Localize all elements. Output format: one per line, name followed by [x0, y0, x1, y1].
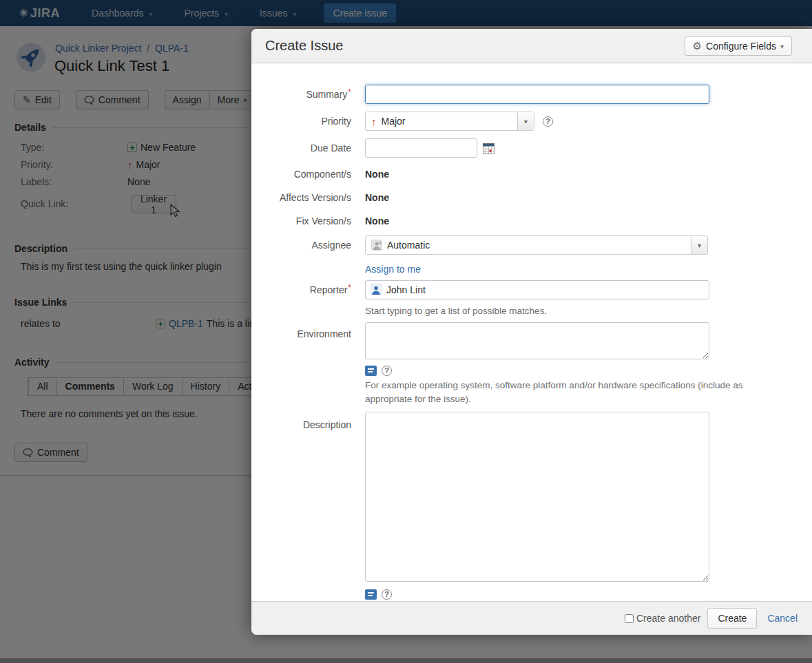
- reporter-help-text: Start typing to get a list of possible m…: [365, 304, 773, 318]
- environment-help-row: For example operating system, software p…: [251, 379, 812, 406]
- assign-to-me-row: Assign to me: [251, 262, 812, 277]
- gear-icon: ⚙: [693, 40, 702, 52]
- field-row-due-date: Due Date: [251, 138, 812, 158]
- environment-label: Environment: [251, 322, 351, 339]
- field-row-environment: Environment: [251, 322, 812, 359]
- user-avatar-icon: [371, 284, 382, 295]
- assignee-selected-value: Automatic: [387, 240, 430, 251]
- create-another-checkbox[interactable]: [625, 614, 634, 623]
- create-another-label: Create another: [636, 613, 700, 624]
- dialog-footer: Create another Create Cancel: [251, 601, 812, 635]
- description-help-icon[interactable]: ?: [382, 589, 392, 600]
- components-label: Component/s: [251, 169, 351, 180]
- field-row-description: Description: [251, 412, 812, 582]
- field-row-summary: Summary*: [251, 84, 812, 105]
- dialog-body: Summary* Priority ↑ Major ▾ ?: [251, 63, 812, 601]
- unknown-user-avatar-icon: ?: [371, 240, 382, 251]
- priority-major-icon: ↑: [371, 116, 377, 127]
- summary-input[interactable]: [365, 85, 709, 104]
- create-button[interactable]: Create: [707, 608, 757, 629]
- field-row-components: Component/s None: [251, 167, 812, 182]
- reporter-help-row: Start typing to get a list of possible m…: [251, 304, 812, 318]
- jira-screen: ✳ JIRA Dashboards ▾ Projects ▾ Issues ▾ …: [0, 0, 812, 663]
- create-issue-dialog: Create Issue ⚙ Configure Fields ▾ Summar…: [251, 29, 812, 635]
- dialog-title: Create Issue: [265, 38, 343, 54]
- environment-help-icon[interactable]: ?: [382, 366, 392, 376]
- calendar-icon[interactable]: [483, 143, 495, 154]
- svg-text:?: ?: [379, 241, 382, 246]
- environment-textarea[interactable]: [365, 322, 709, 359]
- due-date-input[interactable]: [365, 138, 477, 158]
- field-row-affects-versions: Affects Version/s None: [251, 190, 812, 205]
- field-row-fix-versions: Fix Version/s None: [251, 213, 812, 229]
- field-row-priority: Priority ↑ Major ▾ ?: [251, 111, 812, 131]
- reporter-field[interactable]: John Lint: [365, 280, 709, 299]
- priority-selected-value: Major: [382, 116, 406, 127]
- environment-help-text: For example operating system, software p…: [365, 379, 773, 406]
- field-row-reporter: Reporter* John Lint: [251, 280, 812, 300]
- assignee-select-arrow[interactable]: ▾: [691, 236, 707, 254]
- priority-select[interactable]: ↑ Major ▾: [365, 112, 534, 131]
- reporter-value: John Lint: [386, 284, 426, 295]
- configure-fields-label: Configure Fields: [706, 41, 776, 52]
- assignee-select[interactable]: ? Automatic ▾: [365, 235, 708, 255]
- priority-help-icon[interactable]: ?: [543, 116, 553, 127]
- priority-field-label: Priority: [251, 116, 351, 127]
- create-another-option[interactable]: Create another: [625, 613, 700, 624]
- field-row-assignee: Assignee ? Automatic ▾: [251, 235, 812, 255]
- chevron-down-icon: ▾: [780, 43, 784, 50]
- wiki-markup-icon[interactable]: [365, 589, 377, 600]
- affects-versions-value: None: [365, 192, 389, 203]
- description-field-label: Description: [251, 412, 351, 430]
- components-value: None: [365, 169, 389, 180]
- fix-versions-label: Fix Version/s: [251, 215, 351, 227]
- reporter-label: Reporter*: [251, 284, 351, 295]
- create-button-label: Create: [718, 613, 747, 624]
- wiki-markup-icon[interactable]: [365, 366, 377, 376]
- affects-versions-label: Affects Version/s: [251, 192, 351, 203]
- required-marker: *: [348, 283, 351, 293]
- fix-versions-value: None: [365, 215, 389, 227]
- dialog-header: Create Issue ⚙ Configure Fields ▾: [251, 29, 812, 63]
- description-icons-row: ?: [251, 587, 812, 601]
- description-textarea[interactable]: [365, 412, 709, 582]
- required-marker: *: [348, 87, 351, 97]
- configure-fields-button[interactable]: ⚙ Configure Fields ▾: [685, 36, 792, 56]
- priority-select-arrow[interactable]: ▾: [517, 112, 534, 130]
- due-date-label: Due Date: [251, 143, 351, 154]
- environment-icons-row: ?: [251, 364, 812, 377]
- assignee-label: Assignee: [251, 240, 351, 251]
- cancel-link[interactable]: Cancel: [767, 613, 798, 624]
- summary-label: Summary*: [251, 89, 351, 100]
- assign-to-me-link[interactable]: Assign to me: [365, 264, 421, 275]
